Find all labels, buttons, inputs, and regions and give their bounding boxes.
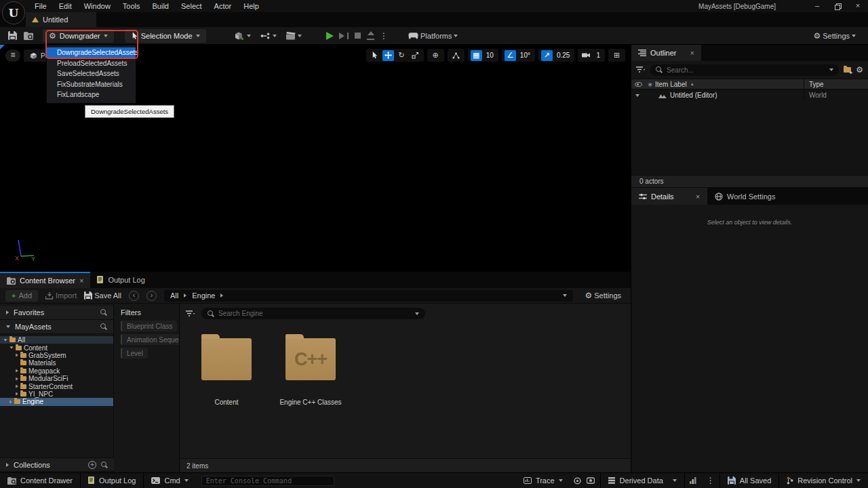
tab-output-log[interactable]: Output Log	[90, 272, 151, 288]
asset-search-box[interactable]	[201, 308, 425, 319]
insights-session-button[interactable]	[570, 473, 585, 488]
rotation-snap-button[interactable]: ∠	[505, 50, 516, 61]
eject-button[interactable]	[367, 31, 374, 40]
menu-select[interactable]: Select	[175, 0, 208, 12]
menu-actor[interactable]: Actor	[208, 0, 238, 12]
close-icon[interactable]: ×	[696, 192, 700, 201]
sources-header[interactable]: MayAssets	[0, 320, 113, 334]
collections-header[interactable]: Collections +	[0, 458, 114, 472]
import-button[interactable]: Import	[45, 291, 77, 300]
revision-control-button[interactable]: Revision Control	[779, 473, 868, 488]
new-folder-button[interactable]: +	[844, 66, 851, 74]
scale-snap-button[interactable]: ↗	[541, 50, 553, 61]
add-actor-button[interactable]: +	[235, 31, 251, 41]
menu-edit[interactable]: Edit	[53, 0, 78, 12]
tab-content-browser[interactable]: Content Browser ×	[0, 272, 90, 288]
tab-untitled[interactable]: Untitled	[26, 12, 96, 27]
close-button[interactable]: ×	[848, 0, 868, 12]
grid-snap-value[interactable]: 10	[484, 52, 496, 59]
all-saved-button[interactable]: All Saved	[720, 473, 778, 488]
tree-item-grabsystem[interactable]: GrabSystem	[0, 352, 113, 359]
tab-details[interactable]: Details ×	[631, 188, 707, 205]
chevron-down-icon[interactable]	[415, 312, 419, 315]
rotation-snap-value[interactable]: 10°	[518, 52, 532, 59]
close-icon[interactable]: ×	[690, 49, 694, 57]
tree-item-engine[interactable]: Engine	[0, 398, 113, 405]
output-log-button[interactable]: Output Log	[81, 473, 143, 488]
filter-level[interactable]: Level	[121, 348, 148, 359]
tab-outliner[interactable]: Outliner ×	[631, 45, 701, 61]
play-button[interactable]	[326, 32, 334, 40]
selection-mode-button[interactable]: Selection Mode	[125, 29, 206, 43]
tree-item-yi-npc[interactable]: YI_NPC	[0, 390, 113, 398]
search-icon[interactable]	[101, 462, 108, 468]
scale-tool-button[interactable]	[410, 50, 421, 61]
outliner-settings-button[interactable]: ⚙	[856, 66, 863, 74]
scale-snap-value[interactable]: 0.25	[555, 52, 572, 59]
folder-tile-content[interactable]: Content	[193, 333, 260, 406]
search-icon[interactable]	[100, 323, 107, 330]
outliner-search-box[interactable]	[650, 64, 839, 76]
tree-item-content[interactable]: Content	[0, 344, 113, 351]
toolbar-settings-button[interactable]: ⚙ Settings	[813, 32, 856, 40]
save-button[interactable]	[8, 31, 17, 40]
asset-search-input[interactable]	[218, 310, 411, 317]
filter-animation-sequence[interactable]: Animation Sequence	[121, 334, 180, 345]
close-icon[interactable]: ×	[79, 277, 83, 285]
content-browser-settings-button[interactable]: ⚙ Settings	[585, 291, 621, 300]
visibility-column-header[interactable]	[631, 82, 645, 87]
stop-button[interactable]	[355, 33, 361, 39]
screenshot-button[interactable]	[585, 473, 600, 488]
tree-item-all[interactable]: All	[0, 336, 113, 344]
cinematics-button[interactable]	[286, 32, 302, 40]
restore-button[interactable]	[827, 0, 848, 12]
add-collection-button[interactable]: +	[88, 461, 96, 469]
rotate-tool-button[interactable]: ↻	[396, 50, 408, 61]
downgrader-button[interactable]: ⚙ Downgrader	[43, 29, 114, 43]
tree-item-megapack[interactable]: Megapack	[0, 367, 113, 375]
maximize-viewport-button[interactable]: ⊞	[611, 50, 623, 61]
type-column-header[interactable]: Type	[804, 79, 868, 89]
outliner-row-untitled[interactable]: Untitled (Editor) World	[631, 89, 868, 101]
favorites-header[interactable]: Favorites	[0, 306, 113, 320]
viewport-options-button[interactable]: ≡	[5, 49, 20, 62]
tab-world-settings[interactable]: World Settings	[707, 188, 783, 205]
pin-column-header[interactable]: ∗	[645, 81, 655, 88]
camera-speed-button[interactable]	[580, 50, 592, 61]
tree-item-materials[interactable]: Materials	[0, 359, 113, 367]
filter-icon[interactable]	[636, 66, 646, 73]
content-drawer-button[interactable]: Content Drawer	[0, 473, 80, 488]
tree-item-startercontent[interactable]: StarterContent	[0, 382, 113, 390]
menu-tools[interactable]: Tools	[117, 0, 146, 12]
breadcrumb-all[interactable]: All	[170, 291, 178, 300]
expand-icon[interactable]	[635, 94, 639, 97]
menu-window[interactable]: Window	[78, 0, 117, 12]
frame-skip-button[interactable]	[339, 33, 349, 39]
derived-data-button[interactable]: Derived Data	[601, 473, 684, 488]
select-tool-button[interactable]	[369, 50, 380, 61]
minimize-button[interactable]: –	[807, 0, 827, 12]
trace-button[interactable]: Trace	[516, 473, 570, 488]
menu-item-preload-selected-assets[interactable]: PreloadSelectedAssets	[47, 58, 136, 69]
folder-tile-engine-cpp[interactable]: C++ Engine C++ Classes	[277, 333, 344, 406]
menu-item-save-selected-assets[interactable]: SaveSelectedAssets	[47, 68, 136, 79]
console-command-input[interactable]	[206, 477, 330, 485]
grid-snap-button[interactable]: ▦	[471, 50, 482, 61]
forward-button[interactable]: ›	[146, 291, 157, 301]
surface-snap-button[interactable]	[450, 50, 462, 61]
menu-item-fix-substrate-materials[interactable]: FixSubstrateMaterials	[47, 79, 136, 90]
outliner-search-input[interactable]	[667, 66, 825, 74]
blueprints-button[interactable]	[260, 33, 277, 39]
add-button[interactable]: + Add	[5, 290, 38, 302]
save-all-button[interactable]: Save All	[84, 291, 121, 300]
browse-content-button[interactable]	[24, 32, 33, 40]
menu-file[interactable]: File	[28, 0, 53, 12]
cmd-button[interactable]: Cmd	[144, 473, 195, 488]
back-button[interactable]: ‹	[129, 291, 139, 301]
path-dropdown-icon[interactable]	[563, 294, 567, 297]
world-space-button[interactable]: ⊕	[430, 50, 441, 61]
menu-item-fix-landscape[interactable]: FixLandscape	[47, 89, 136, 100]
console-command-box[interactable]	[201, 476, 334, 486]
status-options-button[interactable]: ⋮	[702, 473, 719, 488]
item-label-column-header[interactable]: Item Label ▲	[655, 81, 804, 88]
